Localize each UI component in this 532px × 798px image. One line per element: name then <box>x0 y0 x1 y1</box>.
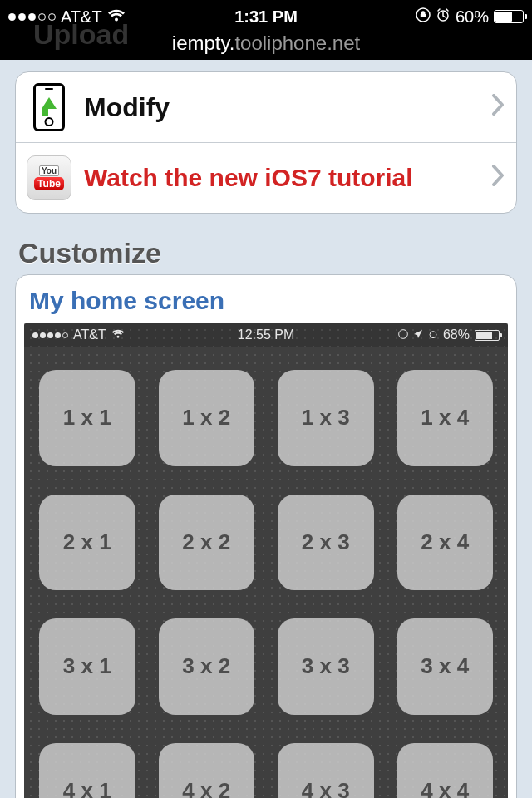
sim-battery-icon <box>475 330 500 341</box>
tutorial-row[interactable]: YouTube Watch the new iOS7 tutorial <box>16 143 516 213</box>
sim-time: 12:55 PM <box>24 328 508 342</box>
grid-slot[interactable]: 3 x 4 <box>397 618 494 715</box>
grid-slot[interactable]: 4 x 3 <box>278 743 374 799</box>
url-domain: tooliphone.net <box>234 32 360 54</box>
browser-header: Upload iempty.tooliphone.net <box>0 33 532 60</box>
modify-row[interactable]: Modify <box>16 72 516 143</box>
youtube-icon: YouTube <box>24 153 74 203</box>
grid-slot[interactable]: 1 x 1 <box>39 370 135 466</box>
icon-grid: 1 x 1 1 x 2 1 x 3 1 x 4 2 x 1 2 x 2 2 x … <box>24 347 508 798</box>
grid-slot[interactable]: 3 x 3 <box>278 618 374 715</box>
grid-slot[interactable]: 2 x 4 <box>397 495 494 591</box>
grid-slot[interactable]: 1 x 4 <box>397 370 494 466</box>
modify-phone-icon <box>24 82 74 132</box>
device-status-bar: AT&T 1:31 PM 60% <box>0 0 532 33</box>
grid-slot[interactable]: 3 x 1 <box>39 618 135 715</box>
customize-panel: My home screen AT&T 12:55 PM 6 <box>15 274 517 798</box>
status-time: 1:31 PM <box>0 7 532 27</box>
page-body: Modify YouTube Watch the new iOS7 tutori… <box>0 60 532 798</box>
grid-slot[interactable]: 4 x 2 <box>159 743 255 799</box>
chevron-right-icon <box>491 165 505 192</box>
grid-slot[interactable]: 4 x 1 <box>39 743 135 799</box>
grid-slot[interactable]: 3 x 2 <box>159 618 255 715</box>
grid-slot[interactable]: 4 x 4 <box>397 743 494 799</box>
battery-icon <box>494 10 524 23</box>
modify-label: Modify <box>74 92 491 123</box>
customize-heading: Customize <box>18 237 514 269</box>
url-host: iempty. <box>172 32 235 54</box>
sim-status-bar: AT&T 12:55 PM 68% <box>24 323 508 347</box>
grid-slot[interactable]: 2 x 1 <box>39 495 135 591</box>
top-menu-list: Modify YouTube Watch the new iOS7 tutori… <box>15 71 517 214</box>
grid-slot[interactable]: 1 x 3 <box>278 370 374 466</box>
simulated-home-screen: AT&T 12:55 PM 68% 1 x 1 1 x 2 1 x 3 <box>24 323 508 798</box>
grid-slot[interactable]: 1 x 2 <box>159 370 255 466</box>
grid-slot[interactable]: 2 x 3 <box>278 495 374 591</box>
panel-title: My home screen <box>24 283 508 323</box>
grid-slot[interactable]: 2 x 2 <box>159 495 255 591</box>
browser-url[interactable]: iempty.tooliphone.net <box>0 33 532 53</box>
tutorial-label: Watch the new iOS7 tutorial <box>74 164 491 192</box>
chevron-right-icon <box>491 94 505 121</box>
